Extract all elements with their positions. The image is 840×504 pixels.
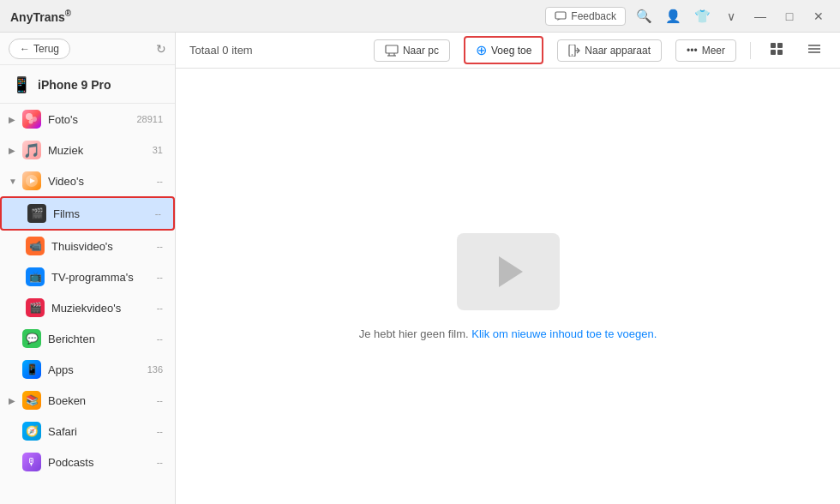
voeg-toe-button[interactable]: ⊕ Voeg toe bbox=[464, 36, 543, 64]
videos-count: -- bbox=[157, 176, 163, 186]
safari-icon: 🧭 bbox=[22, 422, 41, 441]
back-arrow-icon: ← bbox=[20, 43, 30, 55]
plus-circle-icon: ⊕ bbox=[476, 42, 487, 58]
meer-button[interactable]: ••• Meer bbox=[675, 39, 736, 62]
search-button[interactable]: 🔍 bbox=[633, 5, 655, 27]
sidebar-item-books[interactable]: ▶ 📚 Boeken -- bbox=[0, 385, 175, 416]
arrow-books-icon: ▶ bbox=[9, 396, 22, 405]
music-video-icon: 🎬 bbox=[26, 298, 45, 317]
maximize-button[interactable]: □ bbox=[778, 5, 801, 27]
photos-count: 28911 bbox=[136, 114, 163, 124]
sidebar-item-music[interactable]: ▶ 🎵 Muziek 31 bbox=[0, 135, 175, 165]
naar-pc-icon bbox=[385, 45, 399, 57]
back-button[interactable]: ← Terug bbox=[9, 39, 70, 59]
films-icon: 🎬 bbox=[27, 204, 46, 223]
music-videos-count: -- bbox=[157, 303, 163, 313]
home-videos-count: -- bbox=[157, 241, 163, 251]
sidebar: ← Terug ↻ 📱 iPhone 9 Pro ▶ Foto's 28911 … bbox=[0, 33, 176, 504]
music-count: 31 bbox=[153, 145, 163, 155]
svg-point-1 bbox=[26, 113, 33, 120]
sidebar-item-messages[interactable]: ▶ 💬 Berichten -- bbox=[0, 323, 175, 354]
naar-apparaat-button[interactable]: Naar apparaat bbox=[557, 39, 662, 62]
messages-count: -- bbox=[157, 333, 163, 344]
play-icon bbox=[499, 256, 523, 287]
safari-count: -- bbox=[157, 426, 163, 436]
photos-label: Foto's bbox=[48, 113, 136, 126]
empty-message: Je hebt hier geen film. Klik om nieuwe i… bbox=[359, 327, 657, 340]
books-count: -- bbox=[157, 395, 163, 405]
sidebar-item-tv[interactable]: 📺 TV-programma's -- bbox=[0, 261, 175, 292]
title-bar-right: Feedback 🔍 👤 👕 ∨ — □ ✕ bbox=[545, 5, 830, 27]
svg-rect-15 bbox=[771, 50, 776, 55]
naar-apparaat-icon bbox=[568, 45, 580, 57]
safari-label: Safari bbox=[48, 425, 157, 438]
ellipsis-icon: ••• bbox=[687, 45, 698, 57]
device-name: iPhone 9 Pro bbox=[38, 78, 111, 92]
music-videos-label: Muziekvideo's bbox=[51, 302, 157, 315]
podcasts-icon: 🎙 bbox=[22, 453, 41, 471]
apps-icon: 📱 bbox=[22, 360, 41, 379]
music-icon: 🎵 bbox=[22, 141, 41, 159]
device-icon: 📱 bbox=[12, 75, 31, 94]
device-header: 📱 iPhone 9 Pro bbox=[0, 65, 175, 104]
home-videos-label: Thuisvideo's bbox=[51, 240, 157, 253]
sidebar-item-music-videos[interactable]: 🎬 Muziekvideo's -- bbox=[0, 292, 175, 323]
apps-label: Apps bbox=[48, 363, 147, 376]
svg-point-11 bbox=[572, 54, 573, 56]
music-label: Muziek bbox=[48, 144, 153, 157]
profile-button[interactable]: 👤 bbox=[662, 5, 684, 27]
podcasts-label: Podcasts bbox=[48, 456, 157, 469]
books-label: Boeken bbox=[48, 394, 157, 407]
total-label: Totaal 0 item bbox=[189, 44, 360, 57]
messages-label: Berichten bbox=[48, 333, 157, 345]
messages-icon: 💬 bbox=[22, 329, 41, 348]
svg-rect-0 bbox=[555, 12, 566, 19]
empty-state: Je hebt hier geen film. Klik om nieuwe i… bbox=[176, 69, 840, 504]
sidebar-item-videos[interactable]: ▼ Video's -- bbox=[0, 165, 175, 196]
feedback-icon bbox=[555, 11, 567, 21]
svg-point-3 bbox=[29, 120, 33, 124]
feedback-button[interactable]: Feedback bbox=[545, 7, 626, 26]
svg-rect-16 bbox=[777, 50, 783, 55]
sidebar-item-podcasts[interactable]: ▶ 🎙 Podcasts -- bbox=[0, 447, 175, 477]
main-layout: ← Terug ↻ 📱 iPhone 9 Pro ▶ Foto's 28911 … bbox=[0, 33, 840, 504]
grid-view-button[interactable] bbox=[765, 39, 789, 63]
refresh-button[interactable]: ↻ bbox=[156, 42, 166, 56]
svg-rect-14 bbox=[777, 43, 783, 48]
close-button[interactable]: ✕ bbox=[807, 5, 830, 27]
expand-arrow-videos-icon: ▼ bbox=[9, 177, 22, 186]
svg-rect-6 bbox=[386, 45, 398, 53]
sidebar-item-home-videos[interactable]: 📹 Thuisvideo's -- bbox=[0, 231, 175, 261]
app-title: AnyTrans® bbox=[10, 9, 71, 24]
films-count: -- bbox=[155, 208, 161, 219]
naar-pc-button[interactable]: Naar pc bbox=[374, 39, 450, 62]
minimize-button[interactable]: — bbox=[749, 5, 771, 27]
title-bar: AnyTrans® Feedback 🔍 👤 👕 ∨ — □ ✕ bbox=[0, 0, 840, 33]
store-button[interactable]: 👕 bbox=[691, 5, 713, 27]
home-video-icon: 📹 bbox=[26, 237, 45, 255]
sidebar-item-films[interactable]: 🎬 Films -- bbox=[0, 196, 175, 231]
app-branding: AnyTrans® bbox=[10, 9, 71, 24]
videos-icon bbox=[22, 171, 41, 190]
expand-arrow-music-icon: ▶ bbox=[9, 146, 22, 155]
apps-count: 136 bbox=[147, 364, 163, 375]
tv-count: -- bbox=[157, 272, 163, 282]
toolbar-separator bbox=[750, 42, 751, 59]
add-content-link[interactable]: Klik om nieuwe inhoud toe te voegen. bbox=[471, 327, 657, 340]
content-area: Totaal 0 item Naar pc ⊕ Voeg toe bbox=[176, 33, 840, 504]
tv-icon: 📺 bbox=[26, 267, 45, 286]
books-icon: 📚 bbox=[22, 391, 41, 410]
sidebar-item-apps[interactable]: ▶ 📱 Apps 136 bbox=[0, 354, 175, 385]
svg-rect-13 bbox=[771, 43, 776, 48]
tv-label: TV-programma's bbox=[51, 271, 157, 284]
videos-label: Video's bbox=[48, 175, 157, 188]
grid-view-icon bbox=[770, 42, 783, 56]
sidebar-item-photos[interactable]: ▶ Foto's 28911 bbox=[0, 104, 175, 135]
chevron-down-button[interactable]: ∨ bbox=[720, 5, 742, 27]
list-view-icon bbox=[807, 43, 821, 55]
list-view-button[interactable] bbox=[802, 39, 826, 62]
films-label: Films bbox=[53, 207, 155, 220]
sidebar-item-safari[interactable]: ▶ 🧭 Safari -- bbox=[0, 416, 175, 447]
podcasts-count: -- bbox=[157, 457, 163, 467]
content-toolbar: Totaal 0 item Naar pc ⊕ Voeg toe bbox=[176, 33, 840, 69]
